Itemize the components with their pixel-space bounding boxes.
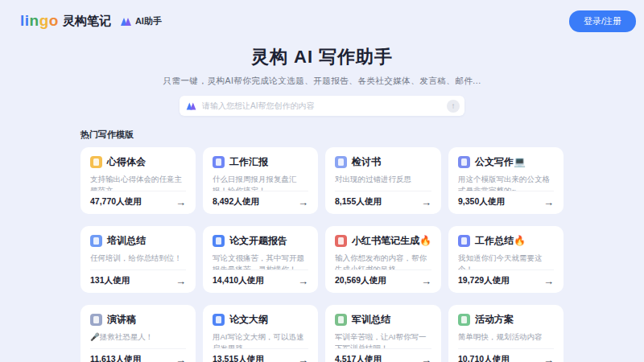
brand-logo[interactable]: lingo 灵构笔记 [20,12,111,30]
usage-count: 131人使用 [90,275,130,286]
helmet-icon [335,314,347,326]
notebook-icon [90,156,102,168]
send-button[interactable]: ↑ [447,100,460,113]
usage-count: 20,569人使用 [335,275,386,286]
card-description: 输入你想发布的内容，帮你生成小红书的风格。 [335,253,431,269]
page-title: 灵构 AI 写作助手 [0,45,644,69]
header: lingo 灵构笔记 AI助手 登录/注册 [0,0,644,32]
card-title: 小红书笔记生成🔥 [352,234,431,248]
card-title: 论文大纲 [229,313,268,327]
briefcase-icon [458,235,470,247]
card-title: 心得体会 [107,155,146,169]
card-title: 公文写作💻 [475,155,526,169]
hero: 灵构 AI 写作助手 只需一键，灵构AI帮你完成论文选题、开题报告、各类社交媒体… [0,45,644,116]
arrow-right-icon[interactable]: → [175,355,186,362]
arrow-right-icon[interactable]: → [175,197,186,208]
template-card-1[interactable]: 心得体会 支持输出心得体会的任意主题范文。 47,770人使用 → [80,147,196,214]
template-card-11[interactable]: 军训总结 军训辛苦啦，让AI帮你写一下军训总结吧！ 4,517人使用 → [325,305,441,362]
card-description: 什么日报周报月报复盘汇报！给你搞定！ [213,174,308,191]
login-register-button[interactable]: 登录/注册 [569,10,636,32]
ai-mountain-icon [187,102,197,110]
card-description: 🎤拯救社恐星人！ [90,331,186,348]
microphone-icon [90,314,102,326]
chat-icon [90,235,102,247]
card-title: 演讲稿 [107,313,136,327]
template-card-grid: 心得体会 支持输出心得体会的任意主题范文。 47,770人使用 → 工作汇报 什… [80,147,564,362]
arrow-right-icon[interactable]: → [298,355,308,362]
pen-icon [335,156,347,168]
card-title: 培训总结 [107,234,146,248]
usage-count: 19,729人使用 [458,275,510,286]
usage-count: 14,410人使用 [213,275,264,286]
usage-count: 4,517人使用 [335,354,382,362]
image-icon [335,235,347,247]
card-title: 工作总结🔥 [475,234,526,248]
usage-count: 11,613人使用 [90,354,141,362]
document-icon [458,156,470,168]
card-description: 任何培训，给你总结到位！ [90,253,186,269]
usage-count: 13,515人使用 [213,354,264,362]
template-card-5[interactable]: 培训总结 任何培训，给你总结到位！ 131人使用 → [80,226,196,293]
card-description: 用这个模版写出来的公文格式是非常完整的~ [458,174,554,191]
card-title: 活动方案 [475,313,514,327]
card-description: 简单明快，规划活动内容 [458,331,554,348]
nav-ai-assistant[interactable]: AI助手 [121,15,162,27]
usage-count: 8,155人使用 [335,196,382,208]
section-title: 热门写作模版 [80,129,564,141]
arrow-right-icon[interactable]: → [175,276,186,286]
usage-count: 47,770人使用 [90,196,142,208]
card-description: 我知道你们今天就需要这个！ [458,253,554,269]
logo-letter: g [39,12,49,29]
card-description: 对出现的过错进行反思 [335,174,431,191]
arrow-right-icon[interactable]: → [421,355,431,362]
arrow-right-icon[interactable]: → [543,197,554,208]
arrow-right-icon[interactable]: → [543,276,554,286]
arrow-right-icon[interactable]: → [543,355,554,362]
template-card-4[interactable]: 公文写作💻 用这个模版写出来的公文格式是非常完整的~ 9,350人使用 → [448,147,564,214]
usage-count: 9,350人使用 [458,196,505,208]
template-card-8[interactable]: 工作总结🔥 我知道你们今天就需要这个！ 19,729人使用 → [448,226,564,293]
card-description: 支持输出心得体会的任意主题范文。 [90,174,186,191]
ai-mountain-icon [121,17,132,26]
arrow-right-icon[interactable]: → [421,276,431,286]
card-title: 检讨书 [352,155,381,169]
usage-count: 8,492人使用 [213,196,259,208]
prompt-input[interactable]: 请输入您想让AI帮您创作的内容 ↑ [180,96,464,116]
card-title: 论文开题报告 [229,234,287,248]
card-description: 军训辛苦啦，让AI帮你写一下军训总结吧！ [335,331,431,348]
card-description: 用AI写论文大纲，可以迅速启发思路。 [213,331,308,348]
arrow-right-icon[interactable]: → [298,197,308,208]
arrow-right-icon[interactable]: → [298,276,308,286]
logo-letter: n [30,12,39,29]
card-title: 工作汇报 [229,155,268,169]
card-description: 写论文很痛苦，其中写开题报告最痛苦，灵构懂你！ [213,253,308,269]
nav-ai-label: AI助手 [135,15,162,27]
card-title: 军训总结 [352,313,390,327]
page-subtitle: 只需一键，灵构AI帮你完成论文选题、开题报告、各类社交媒体、发言稿、邮件... [0,76,644,87]
prompt-placeholder: 请输入您想让AI帮您创作的内容 [202,101,442,112]
template-card-9[interactable]: 演讲稿 🎤拯救社恐星人！ 11,613人使用 → [80,305,196,362]
document-icon [213,314,225,326]
arrow-right-icon[interactable]: → [421,197,431,208]
usage-count: 10,710人使用 [458,354,510,362]
document-icon [213,235,225,247]
template-card-6[interactable]: 论文开题报告 写论文很痛苦，其中写开题报告最痛苦，灵构懂你！ 14,410人使用… [203,226,318,293]
template-card-12[interactable]: 活动方案 简单明快，规划活动内容 10,710人使用 → [448,305,564,362]
template-card-7[interactable]: 小红书笔记生成🔥 输入你想发布的内容，帮你生成小红书的风格。 20,569人使用… [325,226,441,293]
logo-wordmark: lingo [20,12,59,30]
brand-name: 灵构笔记 [63,14,111,29]
megaphone-icon [458,314,470,326]
briefcase-icon [213,156,225,168]
logo-letter: o [49,12,59,29]
template-card-2[interactable]: 工作汇报 什么日报周报月报复盘汇报！给你搞定！ 8,492人使用 → [203,147,318,214]
template-card-10[interactable]: 论文大纲 用AI写论文大纲，可以迅速启发思路。 13,515人使用 → [203,305,318,362]
template-card-3[interactable]: 检讨书 对出现的过错进行反思 8,155人使用 → [325,147,441,214]
page: lingo 灵构笔记 AI助手 登录/注册 灵构 AI 写作助手 只需一键，灵构… [0,0,644,362]
